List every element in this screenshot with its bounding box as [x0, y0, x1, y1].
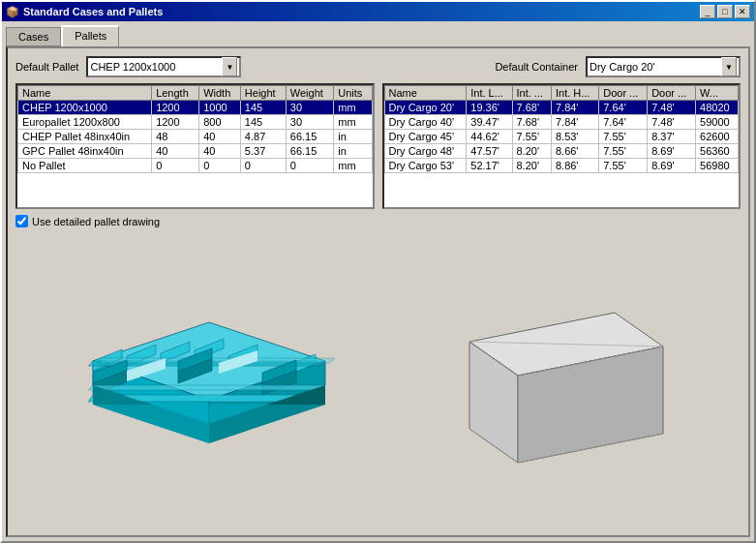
container-cell-c5: 8.37' — [648, 130, 696, 144]
pallet-cell-length: 40 — [152, 144, 199, 159]
container-cell-c3: 7.84' — [551, 101, 598, 115]
minimize-button[interactable]: _ — [700, 5, 715, 18]
container-col-name: Name — [384, 86, 467, 101]
container-col-doorh: Door ... — [599, 86, 648, 101]
container-cell-c1: 44.62' — [467, 130, 512, 144]
container-cell-name: Dry Cargo 53' — [384, 159, 467, 173]
pallet-col-name: Name — [18, 86, 152, 101]
container-cell-name: Dry Cargo 48' — [384, 144, 467, 159]
pallet-cell-units: mm — [334, 159, 372, 173]
default-container-label: Default Container — [495, 61, 578, 73]
pallet-table-row[interactable]: CHEP 1200x10001200100014530mm — [18, 101, 373, 115]
pallet-table-container: Name Length Width Height Weight Units CH… — [15, 83, 375, 209]
container-cell-c4: 7.55' — [599, 159, 648, 173]
main-window: 📦 Standard Cases and Pallets _ □ ✕ Cases… — [0, 0, 756, 543]
pallet-table: Name Length Width Height Weight Units CH… — [17, 85, 373, 173]
pallet-col-width: Width — [199, 86, 241, 101]
tab-bar: Cases Pallets — [6, 25, 750, 46]
pallet-cell-height: 0 — [240, 159, 286, 173]
container-cell-c1: 52.17' — [467, 159, 512, 173]
pallet-cell-units: mm — [334, 101, 372, 115]
pallet-cell-weight: 0 — [286, 159, 334, 173]
pallet-svg — [74, 293, 345, 468]
container-dropdown-arrow: ▼ — [721, 57, 737, 76]
svg-marker-10 — [98, 358, 335, 363]
container-cell-c6: 56980 — [696, 159, 739, 173]
pallet-cell-weight: 66.15 — [286, 130, 334, 144]
pallet-cell-weight: 30 — [286, 115, 334, 130]
pallet-cell-width: 1000 — [199, 101, 241, 115]
container-cell-c1: 19.36' — [467, 101, 512, 115]
container-table-scroll[interactable]: Name Int. L... Int. ... Int. H... Door .… — [384, 85, 740, 207]
pallet-cell-weight: 66.15 — [286, 144, 334, 159]
pallet-cell-height: 5.37 — [240, 144, 286, 159]
pallet-col-units: Units — [334, 86, 372, 101]
title-bar-controls: _ □ ✕ — [700, 5, 750, 18]
container-cell-c2: 7.68' — [512, 115, 551, 130]
pallet-cell-height: 4.87 — [240, 130, 286, 144]
container-table-row[interactable]: Dry Cargo 53'52.17'8.20'8.86'7.55'8.69'5… — [384, 159, 739, 173]
container-svg — [440, 293, 682, 468]
container-table-row[interactable]: Dry Cargo 40'39.47'7.68'7.84'7.64'7.48'5… — [384, 115, 739, 130]
pallet-dropdown-arrow: ▼ — [222, 57, 237, 76]
container-cell-c3: 8.53' — [551, 130, 598, 144]
container-cell-name: Dry Cargo 45' — [384, 130, 467, 144]
container-col-inth: Int. H... — [551, 86, 598, 101]
container-cell-c5: 8.69' — [648, 144, 696, 159]
pallet-cell-name: CHEP 1200x1000 — [18, 101, 152, 115]
pallet-cell-height: 145 — [240, 101, 286, 115]
detailed-pallet-label: Use detailed pallet drawing — [32, 216, 160, 227]
container-table-body: Dry Cargo 20'19.36'7.68'7.84'7.64'7.48'4… — [384, 101, 739, 173]
pallet-table-row[interactable]: CHEP Pallet 48inx40in48404.8766.15in — [18, 130, 373, 144]
container-cell-c6: 56360 — [696, 144, 739, 159]
pallet-cell-length: 1200 — [152, 115, 199, 130]
checkbox-row: Use detailed pallet drawing — [15, 215, 741, 227]
detailed-pallet-checkbox[interactable] — [15, 215, 28, 227]
container-col-doorw: Door ... — [648, 86, 696, 101]
container-table-row[interactable]: Dry Cargo 20'19.36'7.68'7.84'7.64'7.48'4… — [384, 101, 739, 115]
container-table-row[interactable]: Dry Cargo 48'47.57'8.20'8.66'7.55'8.69'5… — [384, 144, 739, 159]
container-cell-c3: 8.66' — [551, 144, 598, 159]
pallet-cell-length: 1200 — [152, 101, 199, 115]
window-icon: 📦 — [6, 6, 19, 18]
container-col-intl: Int. L... — [467, 86, 512, 101]
container-cell-c4: 7.55' — [599, 130, 648, 144]
container-cell-c4: 7.64' — [599, 115, 648, 130]
pallet-table-row[interactable]: No Pallet0000mm — [18, 159, 373, 173]
maximize-button[interactable]: □ — [717, 5, 733, 18]
pallet-cell-units: in — [334, 144, 372, 159]
defaults-row: Default Pallet CHEP 1200x1000 ▼ Default … — [15, 56, 741, 77]
container-cell-c5: 7.48' — [648, 101, 696, 115]
pallet-table-scroll[interactable]: Name Length Width Height Weight Units CH… — [17, 85, 373, 207]
pallet-cell-name: No Pallet — [18, 159, 152, 173]
tab-cases[interactable]: Cases — [6, 27, 61, 46]
pallet-table-body: CHEP 1200x10001200100014530mmEuropallet … — [18, 101, 373, 173]
pallet-cell-height: 145 — [240, 115, 286, 130]
container-cell-c4: 7.55' — [599, 144, 648, 159]
default-container-dropdown[interactable]: Dry Cargo 20' ▼ — [586, 56, 741, 77]
container-cell-c3: 7.84' — [551, 115, 598, 130]
container-col-w: W... — [696, 86, 739, 101]
pallet-col-height: Height — [240, 86, 286, 101]
pallet-table-row[interactable]: GPC Pallet 48inx40in40405.3766.15in — [18, 144, 373, 159]
pallet-cell-width: 40 — [199, 130, 241, 144]
container-cell-c1: 47.57' — [467, 144, 512, 159]
window-content: Cases Pallets Default Pallet CHEP 1200x1… — [2, 21, 754, 541]
close-button[interactable]: ✕ — [735, 5, 750, 18]
pallet-cell-name: GPC Pallet 48inx40in — [18, 144, 152, 159]
container-cell-c6: 48020 — [696, 101, 739, 115]
pallet-col-length: Length — [152, 86, 199, 101]
pallet-table-row[interactable]: Europallet 1200x800120080014530mm — [18, 115, 373, 130]
pallet-cell-weight: 30 — [286, 101, 334, 115]
container-table-row[interactable]: Dry Cargo 45'44.62'7.55'8.53'7.55'8.37'6… — [384, 130, 739, 144]
container-cell-c3: 8.86' — [551, 159, 598, 173]
container-cell-c2: 7.55' — [512, 130, 551, 144]
default-pallet-dropdown[interactable]: CHEP 1200x1000 ▼ — [86, 56, 241, 77]
title-bar: 📦 Standard Cases and Pallets _ □ ✕ — [2, 2, 754, 21]
tables-row: Name Length Width Height Weight Units CH… — [15, 83, 741, 209]
drawing-area — [15, 233, 741, 528]
pallet-cell-name: Europallet 1200x800 — [18, 115, 152, 130]
pallet-cell-units: mm — [334, 115, 372, 130]
tab-pallets[interactable]: Pallets — [61, 25, 119, 46]
svg-marker-18 — [88, 385, 325, 390]
